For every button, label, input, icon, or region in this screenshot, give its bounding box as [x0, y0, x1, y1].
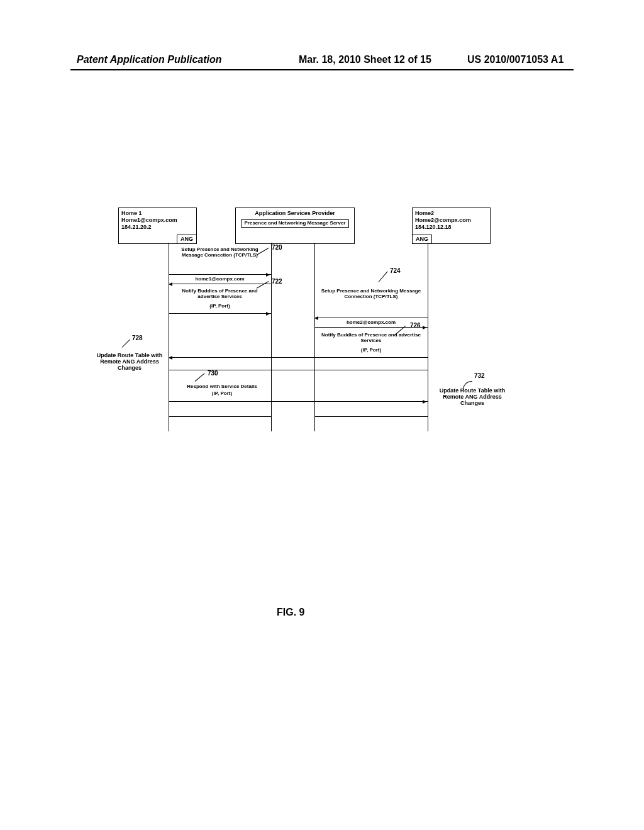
lifeline-provider-right: [314, 243, 315, 431]
arrowhead-726: ◂: [169, 355, 172, 360]
actor-home1-ip: 184.21.20.2: [121, 224, 194, 231]
msg-722-ipport: (IP, Port): [172, 303, 268, 309]
page: Patent Application Publication Mar. 18, …: [0, 0, 644, 830]
leader-724: [379, 271, 388, 282]
msg-730-b: (IP, Port): [172, 390, 272, 396]
lifeline-provider-left: [271, 243, 272, 431]
arrow-730: [169, 401, 428, 402]
ref-732: 732: [474, 372, 485, 379]
ref-720: 720: [272, 244, 282, 251]
lifeline-home2: [428, 243, 428, 431]
actor-home1-sub: ANG: [177, 235, 197, 244]
header-publication: Patent Application Publication: [77, 54, 222, 65]
header-pub-number: US 2010/0071053 A1: [467, 54, 564, 65]
actor-home2-title: Home2: [415, 210, 487, 217]
ref-722: 722: [272, 278, 282, 285]
closing-left: [169, 416, 271, 417]
arrowhead-724-bottom: ▸: [423, 324, 426, 329]
msg-722-notify: Notify Buddies of Presence and advertise…: [172, 288, 268, 299]
actor-home2-sub: ANG: [412, 235, 432, 244]
actor-provider: Application Services Provider Presence a…: [235, 208, 355, 244]
leader-728: [122, 339, 130, 347]
actor-home1-addr: Home1@compx.com: [121, 217, 194, 224]
actor-provider-sub: Presence and Networking Message Server: [241, 219, 350, 228]
closing-right: [315, 416, 428, 417]
leader-732: [463, 381, 472, 390]
msg-726-notify: Notify Buddies of Presence and advertise…: [318, 332, 425, 343]
ref-728: 728: [132, 335, 143, 341]
arrowhead-722: ▸: [266, 311, 270, 316]
arrow-720-bottom: [169, 284, 271, 284]
actor-provider-title: Application Services Provider: [238, 210, 352, 217]
arrow-722: [169, 313, 271, 314]
side-732: Update Route Table with Remote ANG Addre…: [438, 387, 507, 406]
msg-724: Setup Presence and Networking Message Co…: [318, 288, 425, 299]
actor-home2-addr: Home2@compx.com: [415, 217, 487, 224]
actor-provider-sub-wrap: Presence and Networking Message Server: [238, 219, 352, 228]
header-date-sheet: Mar. 18, 2010 Sheet 12 of 15: [299, 54, 431, 65]
actor-home1: Home 1 Home1@compx.com 184.21.20.2 ANG: [118, 208, 197, 244]
figure-caption: FIG. 9: [277, 607, 304, 618]
sequence-diagram: Home 1 Home1@compx.com 184.21.20.2 ANG A…: [94, 208, 528, 440]
arrow-720-top: [169, 274, 271, 275]
msg-730-a: Respond with Service Details: [172, 384, 272, 389]
arrow-726: [169, 357, 428, 358]
header-rule: [70, 69, 574, 70]
arrow-724-top: [315, 318, 428, 318]
arrowhead-730: ▸: [423, 399, 426, 404]
actor-home1-title: Home 1: [121, 210, 194, 217]
lifeline-home1: [169, 243, 169, 431]
msg-722-addr: home1@compx.com: [172, 276, 268, 282]
msg-720: Setup Presence and Networking Message Co…: [172, 246, 268, 258]
actor-home2-ip: 184.120.12.18: [415, 224, 487, 231]
ref-730: 730: [208, 370, 218, 377]
ref-726: 726: [410, 322, 421, 329]
ref-724: 724: [390, 267, 401, 274]
separator-line: [169, 370, 428, 370]
arrowhead-720-bottom: ◂: [169, 281, 172, 286]
leader-730: [195, 373, 205, 382]
msg-726-addr: home2@compx.com: [318, 319, 425, 325]
side-728: Update Route Table with Remote ANG Addre…: [94, 352, 165, 371]
msg-726-ipport: (IP, Port): [318, 347, 425, 353]
actor-home2: Home2 Home2@compx.com 184.120.12.18 ANG: [412, 208, 491, 244]
